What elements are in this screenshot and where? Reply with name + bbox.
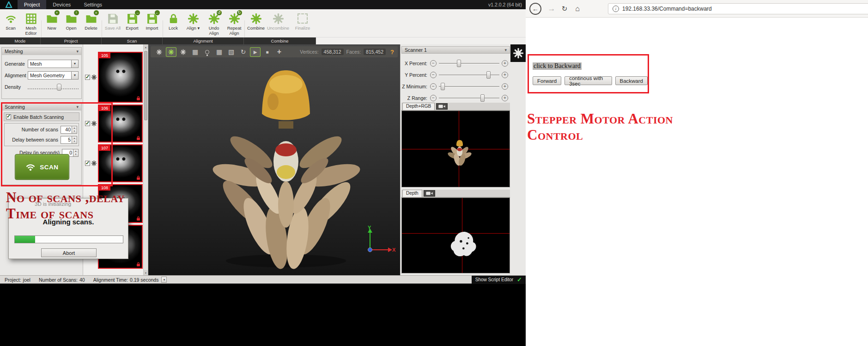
increase-icon[interactable] xyxy=(502,60,508,67)
z-range-row: Z Range: xyxy=(401,92,511,104)
mesh-alignment-dropdown[interactable]: Mesh Geometry xyxy=(28,71,79,80)
dropdown-arrow-icon[interactable] xyxy=(71,72,78,79)
decrease-icon[interactable] xyxy=(430,95,437,101)
click-to-backward-text[interactable]: click to Backward xyxy=(533,62,582,70)
depth-rgb-preview[interactable] xyxy=(401,111,510,187)
ribbon-export-button[interactable]: Export xyxy=(123,10,141,37)
scan-list-item[interactable]: 105 xyxy=(83,52,144,103)
ribbon-lock-button[interactable]: Lock xyxy=(164,10,182,37)
ribbon-import-button[interactable]: Import xyxy=(142,10,162,37)
z-minimum-row: Z Minimum: xyxy=(401,80,511,92)
lock-icon xyxy=(136,96,141,101)
faces-label: Faces: xyxy=(346,49,361,55)
info-icon[interactable] xyxy=(613,6,619,12)
density-slider[interactable] xyxy=(28,83,79,91)
refresh-button[interactable] xyxy=(559,5,570,13)
increase-icon[interactable] xyxy=(502,95,508,101)
x-percent-slider[interactable] xyxy=(439,59,499,68)
scan-thumbnail[interactable]: 105 xyxy=(98,52,143,103)
scanned-3d-model[interactable] xyxy=(189,57,383,272)
shaded-view-icon[interactable] xyxy=(178,48,188,56)
vertices-label: Vertices: xyxy=(300,49,318,55)
slider-thumb[interactable] xyxy=(486,71,491,79)
ribbon-open-button[interactable]: Open xyxy=(62,10,80,37)
depth-preview[interactable] xyxy=(401,198,510,273)
meshing-section: Meshing Generate Mesh Alignment Mesh Geo… xyxy=(1,47,82,99)
density-slider-thumb[interactable] xyxy=(57,84,61,91)
reset-view-icon[interactable] xyxy=(238,48,248,56)
y-percent-label: Y Percent: xyxy=(401,72,430,78)
meshing-header[interactable]: Meshing xyxy=(2,48,81,55)
right-edge-strip xyxy=(510,44,526,275)
ribbon-scan-button[interactable]: Scan xyxy=(1,10,20,37)
tab-depth[interactable]: Depth xyxy=(402,190,422,197)
select-scans-icon[interactable] xyxy=(154,48,164,56)
z-minimum-slider[interactable] xyxy=(439,82,499,91)
url-text: 192.168.33.36/Command=backward xyxy=(622,6,712,12)
ribbon-undo-align-button[interactable]: Undo Align xyxy=(204,10,224,37)
group-label-project: Project xyxy=(41,37,102,44)
ribbon-finalize-button: Finalize xyxy=(291,10,314,37)
textured-view-icon[interactable] xyxy=(166,48,176,56)
backward-action-button[interactable]: Backward xyxy=(615,76,648,85)
pan-icon[interactable] xyxy=(274,48,284,56)
ribbon-combine-button[interactable]: Combine xyxy=(246,10,266,37)
scroll-up-icon[interactable] xyxy=(144,44,148,49)
home-button[interactable] xyxy=(572,5,583,13)
annotation-scans-note: No of scans ,delay Time of scans xyxy=(6,190,125,222)
x-percent-label: X Percent: xyxy=(401,61,430,66)
dropdown-arrow-icon[interactable] xyxy=(71,60,78,68)
forward-button[interactable] xyxy=(546,4,557,13)
camera-icon[interactable] xyxy=(424,190,435,197)
decrease-icon[interactable] xyxy=(430,83,437,90)
stop-icon[interactable] xyxy=(262,48,272,56)
viewport-3d[interactable]: Vertices: 458,312 Faces: 815,452 ? xyxy=(148,44,400,275)
menu-tab-devices[interactable]: Devices xyxy=(46,0,77,9)
continuous-action-button[interactable]: continous with 3sec xyxy=(565,76,612,85)
scan-list-scrollbar[interactable] xyxy=(143,44,148,275)
play-icon[interactable] xyxy=(250,48,260,56)
scan-item-checkbox[interactable] xyxy=(85,75,90,80)
slider-thumb[interactable] xyxy=(457,60,461,67)
address-bar[interactable]: 192.168.33.36/Command=backward xyxy=(608,3,868,14)
settings-gear-button[interactable] xyxy=(510,44,526,62)
back-button[interactable] xyxy=(529,3,541,15)
ok-check-icon[interactable] xyxy=(517,276,522,283)
menu-tab-settings[interactable]: Settings xyxy=(77,0,109,9)
menu-tab-project[interactable]: Project xyxy=(18,0,46,9)
increase-icon[interactable] xyxy=(502,83,508,90)
ribbon-repeat-align-button[interactable]: Repeat Align xyxy=(225,10,244,37)
z-range-slider[interactable] xyxy=(439,94,499,102)
slider-thumb[interactable] xyxy=(441,83,445,90)
camera-preview-object xyxy=(447,139,472,168)
slider-thumb[interactable] xyxy=(480,94,485,102)
generate-dropdown[interactable]: Mesh xyxy=(28,60,79,68)
ribbon-align-button[interactable]: Align xyxy=(183,10,203,37)
ribbon-mesh-editor-button[interactable]: Mesh Editor xyxy=(21,10,41,37)
time-dropdown-icon[interactable] xyxy=(161,277,167,283)
ribbon-new-button[interactable]: New xyxy=(42,10,61,37)
align-status-icon[interactable] xyxy=(91,74,97,80)
abort-button[interactable]: Abort xyxy=(41,248,97,257)
bounding-box-icon[interactable] xyxy=(226,48,236,56)
points-view-icon[interactable] xyxy=(190,48,200,56)
scroll-down-icon[interactable] xyxy=(144,270,148,275)
depth-tabbar: Depth xyxy=(401,190,510,198)
decrease-icon[interactable] xyxy=(430,60,437,67)
progress-fill xyxy=(15,236,35,243)
forward-action-button[interactable]: Forward xyxy=(533,76,561,85)
camera-icon[interactable] xyxy=(436,103,448,110)
scrollbar-thumb[interactable] xyxy=(144,51,147,120)
light-icon[interactable] xyxy=(202,48,212,56)
y-percent-slider[interactable] xyxy=(439,71,499,79)
increase-icon[interactable] xyxy=(502,72,508,78)
tab-depth-rgb[interactable]: Depth+RGB xyxy=(402,103,435,110)
scanner1-header[interactable]: Scanner 1 xyxy=(401,46,510,54)
grid-icon[interactable] xyxy=(214,48,224,56)
show-script-editor-button[interactable]: Show Script Editor xyxy=(475,277,513,282)
help-button[interactable]: ? xyxy=(390,49,394,56)
ribbon-delete-button[interactable]: Delete xyxy=(81,10,101,37)
slider-track xyxy=(28,88,79,89)
dropdown-caret-icon xyxy=(197,25,200,31)
decrease-icon[interactable] xyxy=(430,72,437,78)
